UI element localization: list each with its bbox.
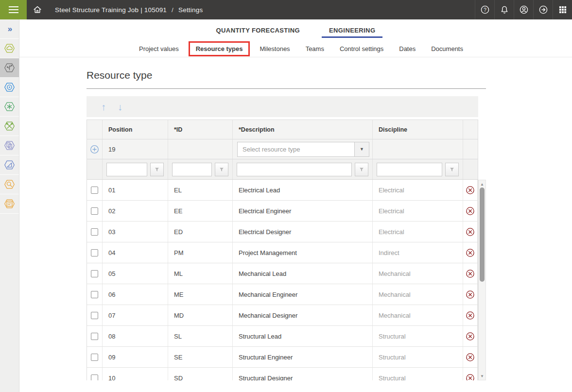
row-checkbox[interactable] [91, 228, 98, 236]
tab-control-settings[interactable]: Control settings [332, 45, 391, 52]
cell-description: Structural Lead [233, 326, 373, 346]
delete-row-button[interactable] [466, 332, 475, 341]
cell-discipline: Structural [373, 347, 463, 367]
module-tab-engineering[interactable]: ENGINEERING [322, 19, 382, 41]
sidebar-item-documents-module[interactable] [0, 136, 19, 155]
row-checkbox[interactable] [91, 312, 98, 319]
branch-hexagon-icon [3, 62, 16, 74]
sidebar-item-inspect-module[interactable] [0, 175, 19, 194]
scroll-down-arrow-icon[interactable]: ▼ [479, 373, 485, 379]
cell-position: 10 [103, 368, 168, 380]
sidebar-item-cloud-module[interactable] [0, 39, 19, 58]
help-button[interactable]: ? [475, 0, 494, 19]
delete-row-button[interactable] [466, 206, 475, 216]
tab-teams[interactable]: Teams [298, 45, 332, 52]
scrollbar-thumb[interactable] [480, 187, 485, 282]
column-header-id[interactable]: *ID [168, 120, 233, 139]
cell-position: 06 [103, 284, 168, 305]
breadcrumb-project[interactable]: Steel Structure Training Job | 105091 [55, 6, 167, 14]
left-sidebar: » [0, 19, 19, 392]
cell-id: ED [168, 222, 233, 242]
sidebar-item-tools-module[interactable] [0, 117, 19, 136]
notifications-button[interactable] [494, 0, 514, 19]
delete-circle-x-icon [466, 290, 475, 299]
sidebar-item-design-module[interactable] [0, 155, 19, 175]
filter-row [87, 159, 478, 180]
row-checkbox[interactable] [91, 291, 98, 298]
account-button[interactable] [514, 0, 533, 19]
id-filter-input[interactable] [172, 163, 212, 176]
resource-type-table: Position*ID*DescriptionDiscipline 19 [87, 119, 486, 380]
row-checkbox[interactable] [91, 270, 98, 277]
row-checkbox[interactable] [91, 375, 98, 381]
cell-discipline: Mechanical [373, 284, 463, 305]
dropdown-arrow-button[interactable]: ▼ [354, 142, 369, 156]
top-bar: Steel Structure Training Job | 105091 / … [0, 0, 572, 19]
row-checkbox[interactable] [91, 354, 98, 361]
table-row: 05 ML Mechanical Lead Mechanical [87, 263, 478, 284]
column-header-description[interactable]: *Description [233, 120, 373, 139]
delete-row-button[interactable] [466, 186, 475, 195]
sidebar-item-plan-module[interactable] [0, 97, 19, 117]
sidebar-item-checklist-module[interactable] [0, 194, 19, 214]
tab-project-values[interactable]: Project values [131, 45, 187, 52]
home-icon [32, 4, 43, 15]
cell-position: 07 [103, 305, 168, 325]
delete-circle-x-icon [466, 353, 475, 362]
row-checkbox[interactable] [91, 333, 98, 340]
column-header-position[interactable]: Position [103, 120, 168, 139]
vertical-scrollbar[interactable]: ▲ ▼ [478, 180, 486, 380]
hamburger-icon [9, 4, 18, 15]
delete-row-button[interactable] [466, 311, 475, 320]
home-button[interactable] [27, 0, 48, 19]
resource-type-dropdown[interactable]: Select resource type ▼ [237, 142, 369, 157]
delete-row-button[interactable] [466, 248, 475, 257]
module-tab-quantity-forecasting[interactable]: QUANTITY FORECASTING [209, 19, 307, 41]
discipline-filter-button[interactable] [445, 163, 459, 176]
description-filter-input[interactable] [237, 163, 352, 176]
cell-description: Electrical Engineer [233, 201, 373, 221]
apps-button[interactable] [553, 0, 572, 19]
row-checkbox[interactable] [91, 207, 98, 215]
position-filter-input[interactable] [106, 163, 147, 176]
cell-discipline: Mechanical [373, 263, 463, 284]
sidebar-collapse-button[interactable]: » [0, 19, 19, 39]
sidebar-item-engineering-module[interactable] [0, 58, 19, 78]
delete-row-button[interactable] [466, 353, 475, 362]
sidebar-item-target-module[interactable] [0, 78, 19, 97]
table-row: 07 MD Mechanical Designer Mechanical [87, 305, 478, 326]
position-filter-button[interactable] [150, 163, 164, 176]
discipline-filter-input[interactable] [377, 163, 442, 176]
id-filter-button[interactable] [215, 163, 228, 176]
row-checkbox[interactable] [91, 187, 98, 194]
table-row: 06 ME Mechanical Engineer Mechanical [87, 284, 478, 305]
cell-discipline: Electrical [373, 201, 463, 221]
apps-grid-icon [558, 5, 568, 15]
delete-row-button[interactable] [466, 227, 475, 237]
search-hexagon-icon [3, 178, 16, 190]
breadcrumb-current[interactable]: Settings [178, 6, 203, 14]
delete-row-button[interactable] [466, 269, 475, 278]
description-filter-button[interactable] [355, 163, 368, 176]
table-row: 09 SE Structural Engineer Structural [87, 347, 478, 368]
settings-tab-bar: Project valuesResource typesMilestonesTe… [19, 41, 572, 57]
tab-dates[interactable]: Dates [391, 45, 423, 52]
tab-milestones[interactable]: Milestones [252, 45, 297, 52]
add-row-discipline [373, 139, 463, 159]
add-row-icon[interactable] [89, 144, 100, 154]
table-body: 01 EL Electrical Lead Electrical 02 EE E… [87, 180, 478, 380]
row-checkbox[interactable] [91, 249, 98, 256]
column-header-discipline[interactable]: Discipline [373, 120, 463, 139]
scroll-up-arrow-icon[interactable]: ▲ [479, 181, 485, 187]
move-down-button[interactable]: ↓ [118, 102, 122, 112]
tab-documents[interactable]: Documents [423, 45, 471, 52]
cell-description: Electrical Lead [233, 180, 373, 200]
tab-resource-types[interactable]: Resource types [189, 41, 250, 56]
sign-out-button[interactable] [533, 0, 553, 19]
delete-row-button[interactable] [466, 290, 475, 299]
delete-row-button[interactable] [466, 374, 475, 381]
breadcrumb: Steel Structure Training Job | 105091 / … [55, 0, 203, 19]
hamburger-menu-button[interactable] [0, 0, 27, 19]
move-up-button[interactable]: ↑ [101, 102, 106, 112]
table-row: 03 ED Electrical Designer Electrical [87, 222, 478, 242]
